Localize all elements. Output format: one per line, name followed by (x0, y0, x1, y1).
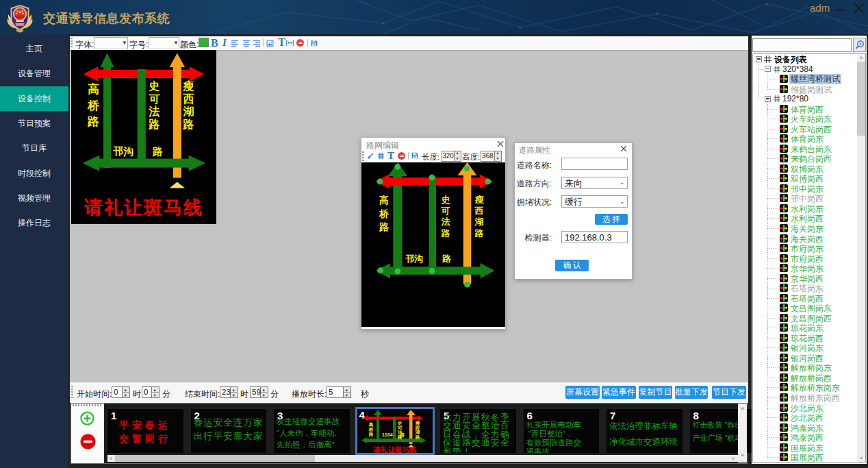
svg-text:路: 路 (368, 432, 373, 437)
svg-text:1034: 1034 (382, 432, 393, 437)
svg-text:请礼让斑马线: 请礼让斑马线 (372, 445, 417, 453)
svg-text:3: 3 (859, 42, 861, 46)
svg-text:路: 路 (399, 432, 405, 438)
svg-text:路: 路 (414, 434, 420, 440)
